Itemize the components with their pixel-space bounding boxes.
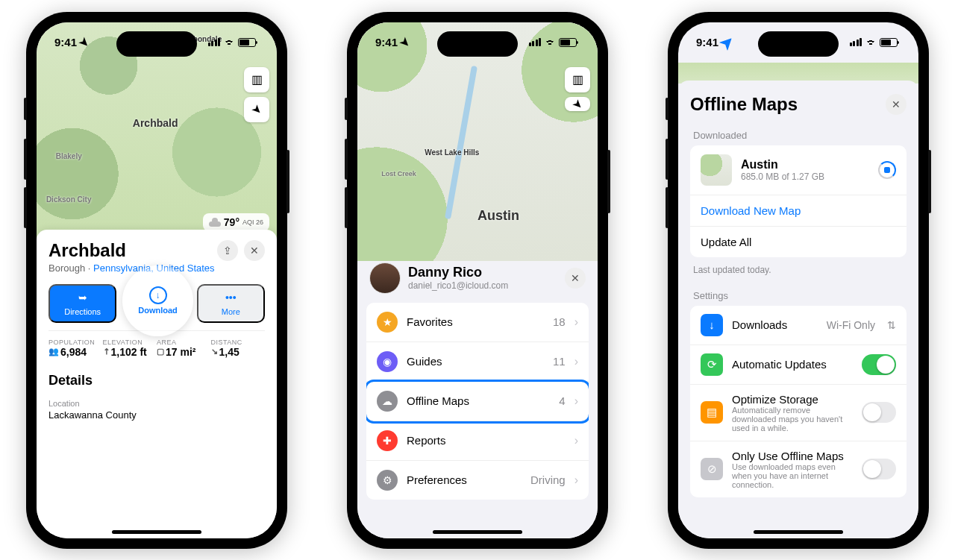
dynamic-island [758,31,839,57]
details-heading: Details [48,373,265,388]
river-decoration [445,66,478,219]
downloaded-item-austin[interactable]: Austin 685.0 MB of 1.27 GB [690,145,907,195]
battery-icon [559,38,577,47]
locate-button[interactable]: ➤ [244,97,269,122]
row-guides[interactable]: ◉ Guides 11 › [366,342,589,382]
stat-distance: DISTANC ↘1,45 [211,331,266,365]
directions-button[interactable]: ➥ Directions [48,284,116,323]
dynamic-island [116,31,197,57]
place-title: Archbald [48,240,215,261]
directions-icon: ➥ [75,290,90,305]
wifi-icon [865,38,877,47]
close-icon: ✕ [571,272,580,284]
toggle-auto-updates[interactable] [862,354,896,375]
close-button[interactable]: ✕ [886,94,907,115]
location-arrow-icon: ➤ [398,34,414,51]
cellular-icon [208,38,221,46]
reports-icon: ✚ [377,430,398,451]
map-view[interactable]: 9:41➤ ▥ ➤ Austin West Lake Hills Lost Cr… [357,22,598,261]
battery-icon [238,38,256,47]
location-arrow-icon: ➤ [77,34,93,51]
avatar[interactable] [369,262,401,294]
map-mode-button[interactable]: ▥ [565,67,590,92]
more-button[interactable]: ••• More [197,284,265,323]
chevron-right-icon: › [574,474,578,487]
download-progress-icon[interactable] [878,161,896,179]
close-button[interactable]: ✕ [244,240,265,261]
offline-maps-sheet: Offline Maps ✕ Downloaded Austin 685.0 M… [678,81,918,538]
weather-chip[interactable]: 79° AQI 26 [203,213,269,231]
row-count: 4 [559,394,565,407]
row-only-offline[interactable]: ⊘ Only Use Offline Maps Use downloaded m… [690,441,907,497]
update-all-button[interactable]: Update All [690,227,907,257]
cloud-icon [209,218,221,227]
toggle-only-offline[interactable] [862,459,896,479]
item-title: Austin [741,158,824,172]
row-label: Preferences [407,474,467,486]
no-wifi-icon: ⊘ [701,458,723,480]
detail-location-val: Lackawanna County [48,409,265,421]
distance-icon: ↘ [211,347,218,356]
stop-icon [884,167,890,173]
star-icon: ★ [377,312,398,333]
chevron-right-icon: › [574,394,578,408]
toggle-optimize-storage[interactable] [862,402,896,423]
wifi-icon [223,38,235,47]
close-button[interactable]: ✕ [565,268,586,289]
place-subtitle: Borough · Pennsylvania, United States [48,262,215,274]
area-icon: ▢ [157,347,164,356]
home-indicator[interactable] [754,530,843,534]
chevron-right-icon: › [574,355,578,368]
chevron-updown-icon: ⇅ [887,319,896,331]
home-indicator[interactable] [433,530,522,534]
row-auto-updates[interactable]: ⟳ Automatic Updates [690,345,907,385]
location-arrow-icon [719,34,736,51]
status-time: 9:41 [375,36,398,48]
row-offline-maps[interactable]: ☁ Offline Maps 4 › [366,382,589,421]
stat-elevation: ELEVATION ↗1,102 ft [103,331,157,365]
elevation-icon: ↗ [100,346,112,358]
locate-button[interactable]: ➤ [565,97,590,111]
download-highlight[interactable]: ↓ Download [122,265,193,336]
profile-sheet: Danny Rico daniel_rico1@icloud.com ✕ ★ F… [357,252,598,538]
profile-name: Danny Rico [408,265,508,280]
row-count: 18 [553,315,566,328]
row-label: Offline Maps [407,394,469,407]
share-button[interactable]: ⇪ [217,240,238,261]
more-label: More [222,307,240,316]
map-lostcreek-label: Lost Creek [381,170,416,177]
download-icon: ↓ [149,286,167,304]
home-indicator[interactable] [112,530,201,534]
downloaded-lbl: Downloaded [693,130,907,141]
place-sheet: Archbald Borough · Pennsylvania, United … [37,230,277,538]
directions-label: Directions [64,307,101,316]
chevron-right-icon: › [574,315,578,329]
map-place-label: Archbald [133,117,178,129]
phone-profile: 9:41➤ ▥ ➤ Austin West Lake Hills Lost Cr… [347,12,608,549]
stat-population: POPULATION 👥6,984 [48,331,103,365]
settings-card: ↓ Downloads Wi-Fi Only ⇅ ⟳ Automatic Upd… [690,306,907,497]
row-optimize-storage[interactable]: ▤ Optimize Storage Automatically remove … [690,385,907,441]
people-icon: 👥 [48,347,59,356]
row-reports[interactable]: ✚ Reports › [366,421,589,461]
last-updated: Last updated today. [693,265,904,275]
prefs-icon: ⚙ [377,470,398,491]
phone-offline-maps: 9:41 Offline Maps ✕ Downloaded Austin 68… [668,12,929,549]
item-sub: 685.0 MB of 1.27 GB [741,172,824,182]
row-preferences[interactable]: ⚙ Preferences Driving › [366,461,589,500]
row-favorites[interactable]: ★ Favorites 18 › [366,303,589,342]
wifi-icon [544,38,556,47]
download-new-map-button[interactable]: Download New Map [690,195,907,227]
row-trail: Driving [530,474,566,486]
row-downloads[interactable]: ↓ Downloads Wi-Fi Only ⇅ [690,306,907,345]
cellular-icon [529,38,542,46]
map-mode-button[interactable]: ▥ [244,67,269,92]
downloads-value: Wi-Fi Only [827,319,875,331]
map-blakely-label: Blakely [56,152,82,160]
share-icon: ⇪ [223,245,232,257]
detail-location-lbl: Location [48,399,265,408]
phone-archbald: 9:41➤ ▥ ➤ 79° AQI 26 Archbald Carbondale… [26,12,287,549]
battery-icon [880,38,898,47]
close-icon: ✕ [250,245,259,257]
cellular-icon [850,38,862,46]
